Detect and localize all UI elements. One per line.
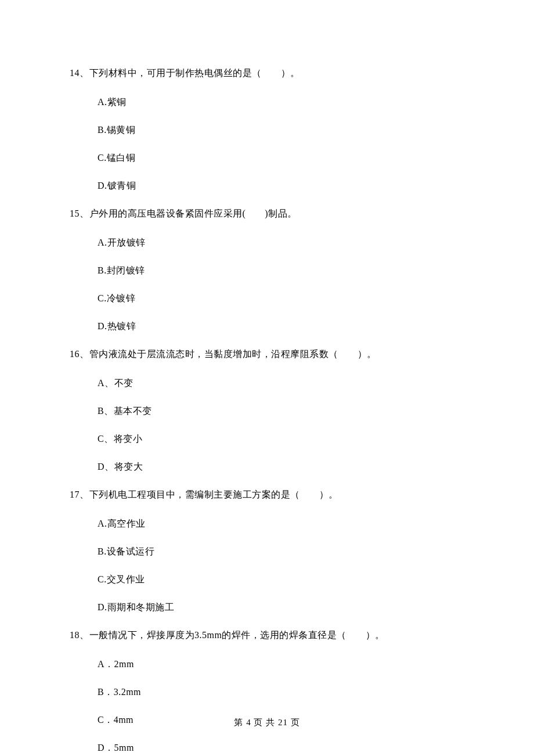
- option-c: C.冷镀锌: [98, 289, 464, 308]
- option-d: D、将变大: [98, 458, 464, 476]
- option-d: D.热镀锌: [98, 317, 464, 336]
- question-14: 14、下列材料中，可用于制作热电偶丝的是（ ）。 A.紫铜 B.锡黄铜 C.锰白…: [70, 64, 464, 195]
- question-stem: 下列机电工程项目中，需编制主要施工方案的是（ ）。: [89, 489, 338, 499]
- question-options: A.开放镀锌 B.封闭镀锌 C.冷镀锌 D.热镀锌: [70, 233, 464, 336]
- question-text: 18、一般情况下，焊接厚度为3.5mm的焊件，选用的焊条直径是（ ）。: [70, 626, 464, 645]
- question-options: A、不变 B、基本不变 C、将变小 D、将变大: [70, 374, 464, 476]
- question-stem: 管内液流处于层流流态时，当黏度增加时，沿程摩阻系数（ ）。: [89, 349, 377, 359]
- question-number: 14、: [70, 68, 89, 78]
- question-text: 15、户外用的高压电器设备紧固件应采用( )制品。: [70, 204, 464, 223]
- question-number: 16、: [70, 349, 89, 359]
- question-15: 15、户外用的高压电器设备紧固件应采用( )制品。 A.开放镀锌 B.封闭镀锌 …: [70, 204, 464, 336]
- question-options: A．2mm B．3.2mm C．4mm D．5mm: [70, 655, 464, 756]
- option-a: A.高空作业: [98, 514, 464, 533]
- option-c: C、将变小: [98, 430, 464, 448]
- question-number: 18、: [70, 630, 89, 640]
- option-a: A．2mm: [98, 655, 464, 674]
- option-d: D.雨期和冬期施工: [98, 598, 464, 617]
- option-c: C.交叉作业: [98, 570, 464, 589]
- question-17: 17、下列机电工程项目中，需编制主要施工方案的是（ ）。 A.高空作业 B.设备…: [70, 485, 464, 617]
- question-number: 15、: [70, 208, 89, 218]
- question-stem: 下列材料中，可用于制作热电偶丝的是（ ）。: [89, 68, 300, 78]
- option-b: B、基本不变: [98, 402, 464, 420]
- question-text: 17、下列机电工程项目中，需编制主要施工方案的是（ ）。: [70, 485, 464, 504]
- option-b: B.锡黄铜: [98, 121, 464, 139]
- option-b: B.设备试运行: [98, 542, 464, 561]
- document-content: 14、下列材料中，可用于制作热电偶丝的是（ ）。 A.紫铜 B.锡黄铜 C.锰白…: [0, 0, 534, 756]
- option-a: A.紫铜: [98, 93, 464, 111]
- question-number: 17、: [70, 489, 89, 499]
- question-text: 16、管内液流处于层流流态时，当黏度增加时，沿程摩阻系数（ ）。: [70, 345, 464, 363]
- question-options: A.高空作业 B.设备试运行 C.交叉作业 D.雨期和冬期施工: [70, 514, 464, 617]
- option-c: C.锰白铜: [98, 149, 464, 167]
- question-stem: 户外用的高压电器设备紧固件应采用( )制品。: [89, 208, 297, 218]
- question-text: 14、下列材料中，可用于制作热电偶丝的是（ ）。: [70, 64, 464, 82]
- question-18: 18、一般情况下，焊接厚度为3.5mm的焊件，选用的焊条直径是（ ）。 A．2m…: [70, 626, 464, 756]
- option-d: D.铍青铜: [98, 177, 464, 195]
- option-b: B．3.2mm: [98, 683, 464, 701]
- question-stem: 一般情况下，焊接厚度为3.5mm的焊件，选用的焊条直径是（ ）。: [89, 630, 385, 640]
- question-options: A.紫铜 B.锡黄铜 C.锰白铜 D.铍青铜: [70, 93, 464, 195]
- question-16: 16、管内液流处于层流流态时，当黏度增加时，沿程摩阻系数（ ）。 A、不变 B、…: [70, 345, 464, 476]
- option-d: D．5mm: [98, 739, 464, 756]
- option-a: A.开放镀锌: [98, 233, 464, 252]
- option-b: B.封闭镀锌: [98, 261, 464, 280]
- option-a: A、不变: [98, 374, 464, 393]
- page-footer: 第 4 页 共 21 页: [0, 717, 534, 728]
